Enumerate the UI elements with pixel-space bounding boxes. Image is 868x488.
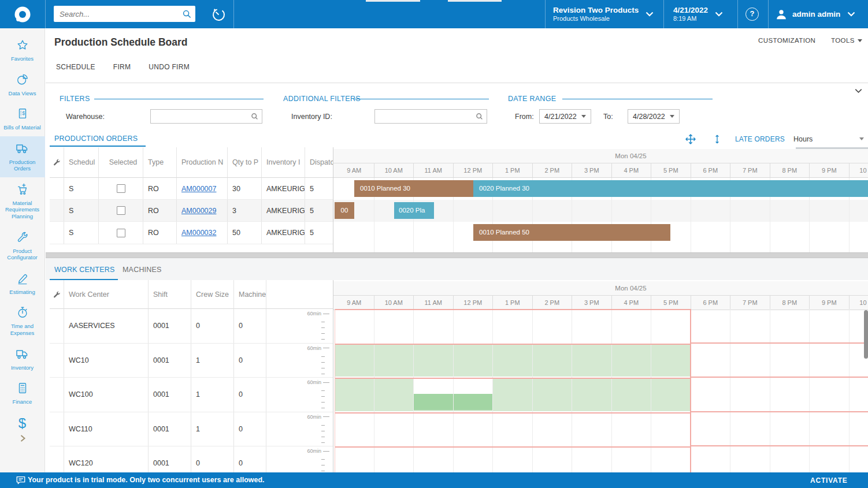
row-select-checkbox[interactable] xyxy=(117,184,125,193)
gantt-row: 00 0020 Pla xyxy=(333,200,868,222)
schedule-button[interactable]: SCHEDULE xyxy=(56,63,95,71)
column-header-shift[interactable]: Shift xyxy=(149,280,191,309)
tools-button[interactable]: TOOLS xyxy=(831,37,862,44)
inventory-id-input[interactable] xyxy=(375,113,476,121)
sidebar-item-data-views[interactable]: Data Views xyxy=(0,68,45,102)
tab-production-orders[interactable]: PRODUCTION ORDERS xyxy=(50,130,146,147)
tab-machines[interactable]: MACHINES xyxy=(123,266,162,274)
hour-label: 9 AM xyxy=(335,163,374,177)
sidebar-item-favorites[interactable]: Favorites xyxy=(0,33,45,68)
order-row[interactable]: S RO AM000007 30 AMKEURIG 5 xyxy=(50,178,333,200)
move-tool-button[interactable] xyxy=(685,134,696,147)
work-center-row[interactable]: WC100 0001 1 0 60min xyxy=(50,378,333,412)
lookup-icon[interactable] xyxy=(476,113,483,120)
truck-icon xyxy=(16,142,29,155)
sidebar-item-payables[interactable]: $ xyxy=(18,411,26,433)
company-name: Revision Two Products xyxy=(553,6,639,15)
sidebar-item-inventory[interactable]: Inventory xyxy=(0,342,45,377)
recent-items-button[interactable] xyxy=(209,5,228,24)
column-header-production-nbr[interactable]: Production N xyxy=(177,147,228,178)
gantt-bar-operation-0020[interactable]: 0020 Planned 30 xyxy=(473,180,868,197)
cell-crew-size: 1 xyxy=(191,344,234,378)
cell-work-center: WC110 xyxy=(64,412,149,446)
column-header-inventory[interactable]: Inventory I xyxy=(262,147,305,178)
row-select-checkbox[interactable] xyxy=(117,229,125,237)
gantt-bar-operation-0010[interactable]: 00 xyxy=(335,202,354,219)
undo-firm-button[interactable]: UNDO FIRM xyxy=(149,63,190,71)
production-nbr-link[interactable]: AM000029 xyxy=(181,207,216,215)
acumatica-logo[interactable] xyxy=(0,0,45,28)
caret-down-icon[interactable] xyxy=(670,115,674,118)
column-header-selected[interactable]: Selected xyxy=(99,147,143,178)
hour-label: 7 PM xyxy=(730,163,770,177)
activate-button[interactable]: ACTIVATE xyxy=(810,476,848,485)
column-header-scheduled[interactable]: Schedul xyxy=(64,147,99,178)
sidebar-item-time-and-expenses[interactable]: Time and Expenses xyxy=(0,300,45,341)
tab-work-centers[interactable]: WORK CENTERS xyxy=(50,258,118,280)
collapse-filters-button[interactable] xyxy=(854,86,863,98)
sidebar-item-product-configurator[interactable]: Product Configurator xyxy=(0,225,45,266)
sidebar-item-production-orders[interactable]: Production Orders xyxy=(0,136,45,177)
sidebar-item-bills-of-material[interactable]: $ Bills of Material xyxy=(0,102,45,136)
move-icon xyxy=(685,134,696,144)
sidebar-item-finance[interactable]: Finance xyxy=(0,376,45,411)
work-center-row[interactable]: WC110 0001 1 0 60min xyxy=(50,412,333,447)
section-rule xyxy=(354,99,489,99)
company-branch: Products Wholesale xyxy=(553,15,639,23)
column-header-crew-size[interactable]: Crew Size xyxy=(191,280,234,309)
work-center-row[interactable]: WC120 0001 0 0 60min xyxy=(50,446,333,472)
sidebar-expand-button[interactable] xyxy=(18,433,27,446)
resize-rows-button[interactable] xyxy=(713,134,722,147)
grid-settings-cell[interactable] xyxy=(50,147,64,178)
row-select-checkbox[interactable] xyxy=(117,206,125,215)
late-orders-button[interactable]: LATE ORDERS xyxy=(735,135,785,143)
customization-button[interactable]: CUSTOMIZATION xyxy=(758,37,815,44)
firm-button[interactable]: FIRM xyxy=(113,63,131,71)
cell-machines: 0 xyxy=(234,412,266,446)
hour-label: 5 PM xyxy=(651,163,691,177)
column-header-machines[interactable]: Machine xyxy=(234,280,266,309)
caret-down-icon xyxy=(859,137,864,140)
search-input[interactable] xyxy=(54,10,183,18)
column-header-work-center[interactable]: Work Center xyxy=(64,280,149,309)
cell-dispatch: 5 xyxy=(305,222,333,244)
horizontal-scrollbar-thumb[interactable] xyxy=(796,147,868,149)
capacity-row-wc100 xyxy=(333,378,868,412)
hour-label: 2 PM xyxy=(533,163,573,177)
interval-dropdown[interactable]: Hours xyxy=(793,135,864,143)
vertical-scrollbar-thumb[interactable] xyxy=(864,310,868,359)
column-header-dispatch[interactable]: Dispatc xyxy=(305,147,333,178)
column-header-type[interactable]: Type xyxy=(143,147,177,178)
company-selector[interactable]: Revision Two Products Products Wholesale xyxy=(553,0,654,28)
capacity-row-wc120 xyxy=(333,446,868,472)
from-date-input[interactable] xyxy=(540,113,581,121)
sidebar-item-estimating[interactable]: Estimating xyxy=(0,266,45,301)
help-button[interactable]: ? xyxy=(745,8,759,21)
warehouse-input[interactable] xyxy=(151,113,251,121)
business-date-selector[interactable]: 4/21/2022 8:19 AM xyxy=(673,0,723,28)
gantt-bar-operation-0020[interactable]: 0020 Pla xyxy=(394,202,434,219)
caret-down-icon[interactable] xyxy=(581,115,586,118)
sidebar-item-material-requirements-planning[interactable]: Material Requirements Planning xyxy=(0,177,45,225)
capacity-scale: 60min xyxy=(266,344,333,378)
sidebar-item-label: Time and Expenses xyxy=(1,323,44,336)
column-header-qty[interactable]: Qty to P xyxy=(228,147,262,178)
search-icon[interactable] xyxy=(183,10,191,18)
order-row[interactable]: S RO AM000032 50 AMKEURIG 5 xyxy=(50,222,333,244)
order-row[interactable]: S RO AM000029 3 AMKEURIG 5 xyxy=(50,200,333,222)
section-splitter[interactable] xyxy=(46,252,868,258)
to-date-input[interactable] xyxy=(628,113,670,121)
production-nbr-link[interactable]: AM000007 xyxy=(181,185,216,193)
production-nbr-link[interactable]: AM000032 xyxy=(181,229,216,237)
main-content: Production Schedule Board CUSTOMIZATION … xyxy=(46,28,868,472)
divider xyxy=(768,0,769,28)
gantt-bar-operation-0010[interactable]: 0010 Planned 50 xyxy=(473,224,670,241)
lookup-icon[interactable] xyxy=(251,113,258,120)
grid-settings-cell[interactable] xyxy=(50,280,64,309)
work-center-row[interactable]: AASERVICES 0001 0 0 60min xyxy=(50,309,333,344)
user-menu[interactable]: admin admin xyxy=(775,0,855,28)
cell-machines: 0 xyxy=(234,378,266,412)
work-center-row[interactable]: WC10 0001 1 0 60min xyxy=(50,344,333,378)
gantt-bar-operation-0010[interactable]: 0010 Planned 30 xyxy=(354,180,473,197)
orders-section: Schedul Selected Type Production N Qty t… xyxy=(46,147,868,252)
